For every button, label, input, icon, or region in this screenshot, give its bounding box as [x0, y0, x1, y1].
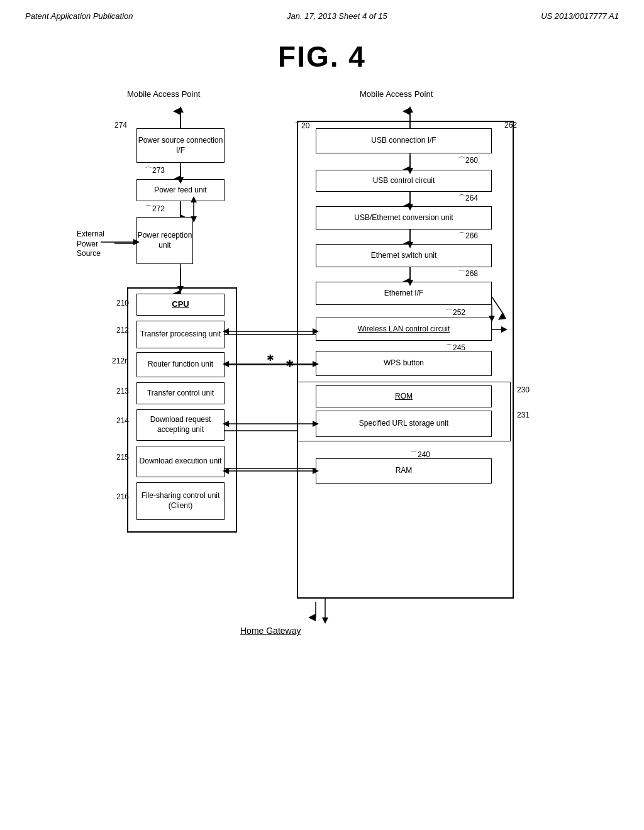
box-usb-control: USB control circuit [316, 170, 492, 192]
mobile-ap-left-label: Mobile Access Point [127, 89, 200, 99]
label-214: 214 [116, 416, 129, 425]
box-wireless-lan: Wireless LAN control circuit [316, 318, 492, 341]
box-rom: ROM [316, 385, 492, 407]
page-header: Patent Application Publication Jan. 17, … [0, 0, 644, 21]
box-ethernet-if: Ethernet I/F [316, 282, 492, 305]
box-router-function: Router function unit [136, 352, 225, 377]
box-download-execution: Download execution unit [136, 446, 225, 477]
svg-text:✱: ✱ [267, 353, 274, 363]
box-file-sharing: File-sharing control unit (Client) [136, 482, 225, 520]
box-ethernet-switch: Ethernet switch unit [316, 244, 492, 267]
box-transfer-processing: Transfer processing unit [136, 321, 225, 348]
label-272: ⌒272 [145, 204, 165, 214]
label-268: ⌒268 [458, 268, 478, 279]
label-20: ⌒20 [294, 121, 309, 131]
box-usb-conn-if: USB connection I/F [316, 128, 492, 153]
box-power-reception: Power reception unit [136, 217, 193, 264]
svg-marker-27 [407, 106, 413, 113]
label-231: 231 [517, 411, 530, 419]
header-middle: Jan. 17, 2013 Sheet 4 of 15 [287, 11, 387, 21]
box-download-request: Download request accepting unit [136, 409, 225, 441]
svg-marker-65 [501, 326, 508, 333]
external-power-label: External Power Source [77, 230, 104, 259]
box-specified-url: Specified URL storage unit [316, 411, 492, 437]
svg-marker-25 [177, 106, 184, 113]
label-274: 274 [114, 121, 127, 130]
box-usb-ethernet: USB/Ethernet conversion unit [316, 206, 492, 230]
box-ram: RAM [316, 458, 492, 484]
diagram-container: ✱ Mobile Access Point 274 Power source c… [77, 86, 567, 683]
box-power-source-conn: Power source connection I/F [136, 128, 225, 163]
home-gateway-label: Home Gateway [240, 626, 301, 636]
label-260: ⌒260 [458, 155, 478, 166]
box-wps-button: WPS button [316, 351, 492, 376]
header-left: Patent Application Publication [25, 11, 133, 21]
label-273: ⌒273 [145, 165, 165, 176]
svg-text:✱: ✱ [286, 358, 294, 369]
label-230: 230 [517, 385, 530, 394]
label-266: ⌒266 [458, 231, 478, 241]
header-right: US 2013/0017777 A1 [541, 11, 619, 21]
label-210: 210 [116, 299, 129, 307]
box-cpu: CPU [136, 294, 225, 316]
figure-title: FIG. 4 [0, 40, 644, 74]
label-262: 262 [504, 121, 517, 130]
label-264: ⌒264 [458, 193, 478, 204]
label-252: ⌒252 [445, 307, 465, 318]
svg-marker-36 [177, 286, 184, 292]
mobile-ap-right-label: Mobile Access Point [360, 89, 433, 99]
svg-line-15 [492, 297, 504, 316]
label-213: 213 [116, 387, 129, 396]
label-212: 212 [116, 326, 129, 335]
box-transfer-control: Transfer control unit [136, 382, 225, 404]
svg-marker-63 [322, 617, 328, 624]
label-212r: 212r [112, 357, 127, 365]
box-power-feed: Power feed unit [136, 179, 225, 201]
label-215: 215 [116, 453, 129, 462]
label-216: 216 [116, 492, 129, 501]
